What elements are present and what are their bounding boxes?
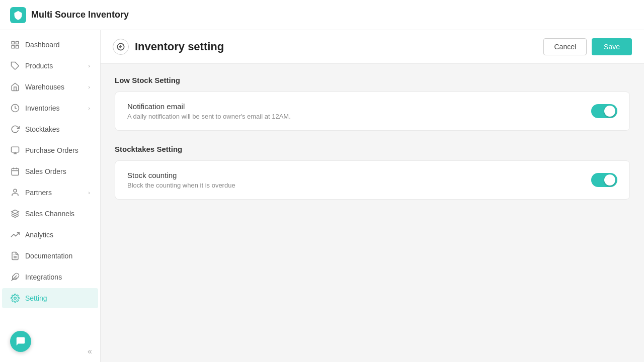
sales-orders-icon	[10, 166, 20, 176]
sidebar-label-dashboard: Dashboard	[25, 41, 60, 49]
sidebar-label-partners: Partners	[25, 189, 52, 197]
sidebar-label-analytics: Analytics	[25, 231, 53, 239]
stock-counting-toggle[interactable]	[591, 173, 617, 187]
notification-email-row: Notification email A daily notification …	[127, 102, 617, 120]
chevron-icon: ›	[88, 190, 90, 196]
page-header: Inventory setting Cancel Save	[101, 30, 644, 64]
chevron-icon: ›	[88, 63, 90, 69]
gear-icon	[10, 293, 20, 303]
sidebar: Dashboard Products › Warehouses ›	[0, 30, 101, 362]
page-header-left: Inventory setting	[113, 39, 224, 55]
svg-rect-6	[12, 147, 19, 152]
top-header: Multi Source Inventory	[0, 0, 644, 30]
svg-rect-3	[16, 46, 19, 48]
svg-point-13	[14, 189, 17, 192]
sidebar-item-documentation[interactable]: Documentation	[2, 246, 98, 266]
collapse-icon: «	[88, 347, 92, 356]
sidebar-item-warehouses[interactable]: Warehouses ›	[2, 77, 98, 97]
layers-icon	[10, 209, 20, 219]
sidebar-label-stocktakes: Stocktakes	[25, 125, 59, 133]
stock-counting-row: Stock counting Block the counting when i…	[127, 171, 617, 189]
download-icon	[10, 145, 20, 155]
notification-email-desc: A daily notification will be sent to own…	[127, 113, 291, 120]
svg-marker-14	[12, 210, 19, 214]
sidebar-item-inventories[interactable]: Inventories ›	[2, 98, 98, 118]
notification-email-toggle[interactable]	[591, 104, 617, 118]
main-layout: Dashboard Products › Warehouses ›	[0, 30, 644, 362]
sidebar-label-setting: Setting	[25, 294, 47, 302]
clock-icon	[10, 103, 20, 113]
sidebar-item-integrations[interactable]: Integrations	[2, 267, 98, 287]
stocktakes-section: Stocktakes Setting Stock counting Block …	[115, 145, 630, 200]
svg-rect-9	[12, 168, 19, 175]
svg-point-19	[14, 297, 17, 300]
puzzle-icon	[10, 272, 20, 282]
sidebar-item-partners[interactable]: Partners ›	[2, 183, 98, 203]
sidebar-label-documentation: Documentation	[25, 252, 72, 260]
sidebar-item-sales-channels[interactable]: Sales Channels	[2, 204, 98, 224]
person-icon	[10, 188, 20, 198]
stock-counting-text: Stock counting Block the counting when i…	[127, 171, 235, 189]
warehouse-icon	[10, 82, 20, 92]
sidebar-item-stocktakes[interactable]: Stocktakes	[2, 119, 98, 139]
header-actions: Cancel Save	[543, 38, 632, 55]
save-button[interactable]: Save	[592, 38, 632, 55]
chat-bubble-button[interactable]	[10, 331, 31, 352]
settings-body: Low Stock Setting Notification email A d…	[101, 64, 644, 226]
stocktakes-card: Stock counting Block the counting when i…	[115, 160, 630, 200]
svg-rect-2	[12, 46, 14, 48]
sidebar-item-analytics[interactable]: Analytics	[2, 225, 98, 245]
stock-counting-desc: Block the counting when it is overdue	[127, 182, 235, 189]
main-content: Inventory setting Cancel Save Low Stock …	[101, 30, 644, 362]
sidebar-item-products[interactable]: Products ›	[2, 56, 98, 76]
sidebar-label-warehouses: Warehouses	[25, 83, 64, 91]
svg-rect-0	[12, 41, 14, 44]
low-stock-section: Low Stock Setting Notification email A d…	[115, 76, 630, 131]
sidebar-item-setting[interactable]: Setting	[2, 288, 98, 308]
file-icon	[10, 251, 20, 261]
sidebar-item-dashboard[interactable]: Dashboard	[2, 35, 98, 55]
low-stock-card: Notification email A daily notification …	[115, 92, 630, 131]
notification-email-text: Notification email A daily notification …	[127, 102, 291, 120]
page-title: Inventory setting	[135, 40, 224, 53]
app-title: Multi Source Inventory	[31, 10, 129, 20]
logo-icon	[10, 7, 26, 23]
back-button[interactable]	[113, 39, 129, 55]
stocktakes-section-title: Stocktakes Setting	[115, 145, 630, 153]
sidebar-label-integrations: Integrations	[25, 273, 62, 281]
chevron-icon: ›	[88, 84, 90, 90]
cancel-button[interactable]: Cancel	[543, 38, 587, 55]
svg-rect-1	[16, 41, 19, 44]
notification-email-label: Notification email	[127, 102, 291, 111]
grid-icon	[10, 40, 20, 50]
tag-icon	[10, 61, 20, 71]
low-stock-section-title: Low Stock Setting	[115, 76, 630, 84]
sidebar-item-purchase-orders[interactable]: Purchase Orders	[2, 140, 98, 160]
chevron-icon: ›	[88, 105, 90, 111]
sidebar-label-sales-orders: Sales Orders	[25, 167, 66, 175]
sidebar-label-inventories: Inventories	[25, 104, 59, 112]
stock-counting-label: Stock counting	[127, 171, 235, 179]
sidebar-label-products: Products	[25, 62, 53, 70]
sidebar-item-sales-orders[interactable]: Sales Orders	[2, 161, 98, 182]
sidebar-label-purchase-orders: Purchase Orders	[25, 146, 78, 154]
refresh-icon	[10, 124, 20, 134]
trending-up-icon	[10, 230, 20, 240]
sidebar-label-sales-channels: Sales Channels	[25, 210, 74, 218]
